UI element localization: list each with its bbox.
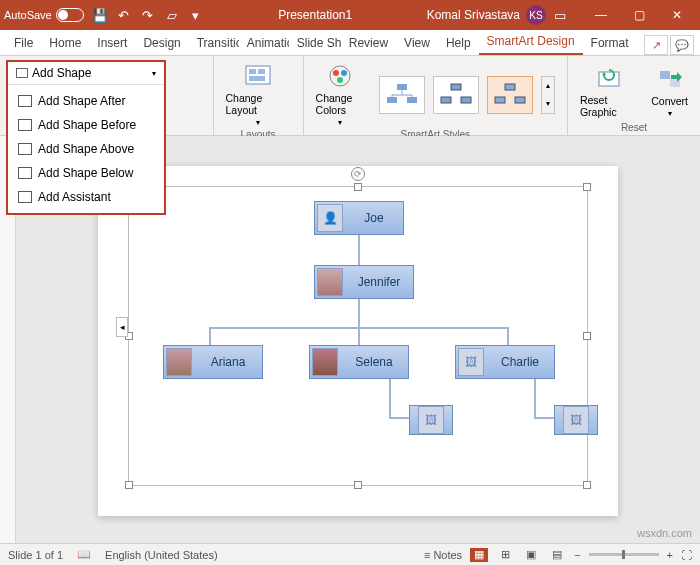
resize-handle[interactable]	[583, 183, 591, 191]
org-node-label: Joe	[345, 211, 403, 225]
tab-animations[interactable]: Animations	[239, 31, 289, 55]
connector	[507, 327, 509, 345]
tab-file[interactable]: File	[6, 31, 41, 55]
tab-insert[interactable]: Insert	[89, 31, 135, 55]
convert-button[interactable]: Convert▾	[647, 63, 692, 120]
slide-canvas[interactable]: ⟳ ◂ 👤 Joe	[98, 166, 618, 516]
zoom-out-icon[interactable]: −	[574, 549, 580, 561]
group-label-reset: Reset	[621, 122, 647, 133]
change-colors-icon	[326, 62, 354, 90]
autosave-label: AutoSave	[4, 9, 52, 21]
styles-gallery[interactable]: ▴▾	[375, 72, 559, 118]
add-shape-menu: Add Shape After Add Shape Before Add Sha…	[8, 85, 164, 213]
tab-transitions[interactable]: Transitions	[189, 31, 239, 55]
save-icon[interactable]: 💾	[92, 7, 108, 23]
ribbon-tabs: File Home Insert Design Transitions Anim…	[0, 30, 700, 56]
smartart-frame[interactable]: ⟳ ◂ 👤 Joe	[128, 186, 588, 486]
picture-placeholder-icon: 🖼	[458, 348, 484, 376]
org-node-empty[interactable]: 🖼	[554, 405, 598, 435]
tab-format[interactable]: Format	[583, 31, 637, 55]
resize-handle[interactable]	[354, 183, 362, 191]
svg-rect-17	[461, 97, 471, 103]
style-option-3[interactable]	[487, 76, 533, 114]
change-layout-button[interactable]: Change Layout▾	[222, 60, 295, 129]
org-node-5[interactable]: 🖼 Charlie	[455, 345, 555, 379]
tab-help[interactable]: Help	[438, 31, 479, 55]
spellcheck-icon[interactable]: 📖	[77, 548, 91, 561]
language-status[interactable]: English (United States)	[105, 549, 218, 561]
menu-add-shape-above[interactable]: Add Shape Above	[8, 137, 164, 161]
resize-handle[interactable]	[125, 481, 133, 489]
add-shape-button[interactable]: Add Shape ▾	[8, 62, 164, 85]
org-node-empty[interactable]: 🖼	[409, 405, 453, 435]
org-node-1[interactable]: 👤 Joe	[314, 201, 404, 235]
close-button[interactable]: ✕	[658, 0, 696, 30]
group-layouts: Change Layout▾ Layouts	[214, 56, 304, 135]
qat-dropdown-icon[interactable]: ▾	[188, 7, 204, 23]
picture-placeholder-icon: 🖼	[563, 406, 589, 434]
zoom-slider[interactable]	[589, 553, 659, 556]
share-button[interactable]: ↗	[644, 35, 668, 55]
zoom-in-icon[interactable]: +	[667, 549, 673, 561]
svg-rect-8	[397, 84, 407, 90]
reset-graphic-button[interactable]: Reset Graphic	[576, 62, 641, 120]
slideshow-view-icon[interactable]: ▤	[548, 548, 566, 562]
gallery-more-icon[interactable]: ▴▾	[541, 76, 555, 114]
change-colors-button[interactable]: Change Colors▾	[312, 60, 369, 129]
menu-add-assistant[interactable]: Add Assistant	[8, 185, 164, 209]
user-avatar[interactable]: KS	[526, 5, 546, 25]
notes-button[interactable]: ≡ Notes	[424, 549, 462, 561]
resize-handle[interactable]	[354, 481, 362, 489]
menu-add-shape-below[interactable]: Add Shape Below	[8, 161, 164, 185]
tab-slideshow[interactable]: Slide Show	[289, 31, 341, 55]
svg-rect-9	[387, 97, 397, 103]
sorter-view-icon[interactable]: ⊞	[496, 548, 514, 562]
connector	[358, 327, 360, 345]
style-option-2[interactable]	[433, 76, 479, 114]
rotate-handle-icon[interactable]: ⟳	[351, 167, 365, 181]
tab-home[interactable]: Home	[41, 31, 89, 55]
org-node-label: Selena	[340, 355, 408, 369]
change-layout-icon	[244, 62, 272, 90]
redo-icon[interactable]: ↷	[140, 7, 156, 23]
svg-rect-1	[249, 69, 256, 74]
watermark: wsxdn.com	[637, 527, 692, 539]
org-node-2[interactable]: Jennifer	[314, 265, 414, 299]
tab-smartart-design[interactable]: SmartArt Design	[479, 29, 583, 55]
org-node-4[interactable]: Selena	[309, 345, 409, 379]
autosave-toggle[interactable]: AutoSave	[4, 8, 84, 22]
resize-handle[interactable]	[583, 332, 591, 340]
slide-counter[interactable]: Slide 1 of 1	[8, 549, 63, 561]
resize-handle[interactable]	[583, 481, 591, 489]
ribbon-options-icon[interactable]: ▭	[552, 7, 568, 23]
org-node-label: Charlie	[486, 355, 554, 369]
tab-view[interactable]: View	[396, 31, 438, 55]
fit-to-window-icon[interactable]: ⛶	[681, 549, 692, 561]
reading-view-icon[interactable]: ▣	[522, 548, 540, 562]
tab-design[interactable]: Design	[135, 31, 188, 55]
svg-point-6	[341, 70, 347, 76]
add-shape-icon	[16, 68, 28, 78]
menu-add-shape-after[interactable]: Add Shape After	[8, 89, 164, 113]
svg-rect-0	[246, 66, 270, 84]
maximize-button[interactable]: ▢	[620, 0, 658, 30]
org-node-label: Ariana	[194, 355, 262, 369]
tab-review[interactable]: Review	[341, 31, 396, 55]
minimize-button[interactable]: —	[582, 0, 620, 30]
undo-icon[interactable]: ↶	[116, 7, 132, 23]
connector	[209, 327, 211, 345]
org-node-3[interactable]: Ariana	[163, 345, 263, 379]
text-pane-toggle[interactable]: ◂	[116, 317, 128, 337]
style-option-1[interactable]	[379, 76, 425, 114]
normal-view-icon[interactable]: ▦	[470, 548, 488, 562]
svg-point-7	[337, 77, 343, 83]
svg-rect-20	[515, 97, 525, 103]
quick-access-toolbar: 💾 ↶ ↷ ▱ ▾	[92, 7, 204, 23]
start-from-beginning-icon[interactable]: ▱	[164, 7, 180, 23]
titlebar-right: Komal Srivastava KS ▭ — ▢ ✕	[427, 0, 696, 30]
titlebar: AutoSave 💾 ↶ ↷ ▱ ▾ Presentation1 Komal S…	[0, 0, 700, 30]
autosave-switch[interactable]	[56, 8, 84, 22]
comments-button[interactable]: 💬	[670, 35, 694, 55]
menu-add-shape-before[interactable]: Add Shape Before	[8, 113, 164, 137]
svg-point-5	[333, 70, 339, 76]
